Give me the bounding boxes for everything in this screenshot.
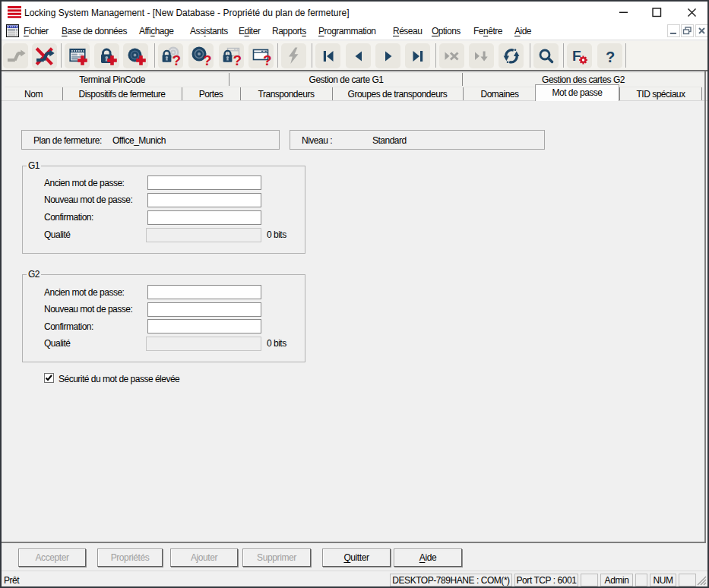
svg-text:?: ?: [233, 52, 242, 67]
svg-text:F: F: [572, 48, 581, 64]
svg-text:?: ?: [263, 52, 272, 67]
svg-text:?: ?: [203, 52, 212, 67]
svg-text:?: ?: [172, 52, 181, 67]
svg-text:?: ?: [606, 48, 615, 65]
